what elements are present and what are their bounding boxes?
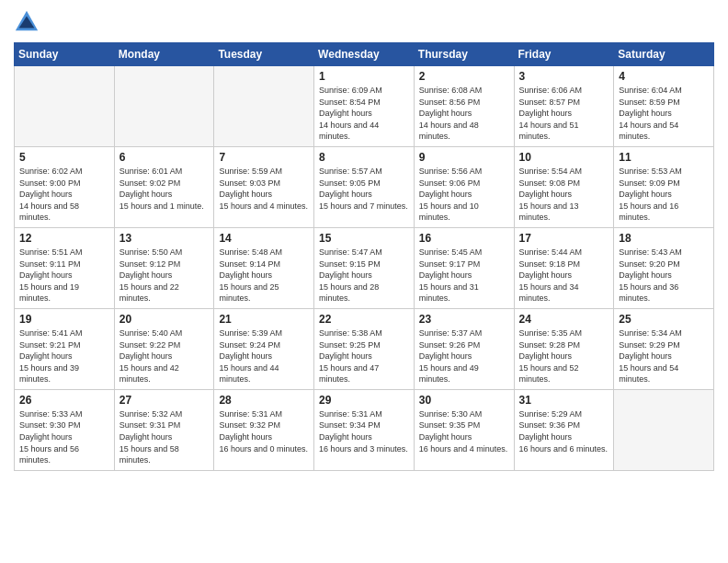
calendar-cell: 10 Sunrise: 5:54 AM Sunset: 9:08 PM Dayl…: [514, 146, 614, 227]
day-number: 27: [119, 394, 210, 407]
day-number: 1: [319, 70, 409, 83]
cell-info: Sunrise: 5:34 AM Sunset: 9:29 PM Dayligh…: [619, 327, 709, 385]
calendar-cell: [114, 66, 214, 147]
cell-info: Sunrise: 6:02 AM Sunset: 9:00 PM Dayligh…: [19, 166, 109, 224]
week-row-5: 26 Sunrise: 5:33 AM Sunset: 9:30 PM Dayl…: [15, 389, 714, 470]
day-number: 8: [319, 151, 409, 164]
cell-info: Sunrise: 5:37 AM Sunset: 9:26 PM Dayligh…: [419, 327, 509, 385]
header-row: SundayMondayTuesdayWednesdayThursdayFrid…: [15, 43, 714, 66]
day-number: 26: [19, 394, 109, 407]
day-number: 18: [619, 232, 709, 245]
day-number: 23: [419, 313, 509, 326]
calendar-cell: 18 Sunrise: 5:43 AM Sunset: 9:20 PM Dayl…: [614, 227, 714, 308]
cell-info: Sunrise: 5:31 AM Sunset: 9:34 PM Dayligh…: [319, 408, 409, 454]
col-header-wednesday: Wednesday: [314, 43, 415, 66]
cell-info: Sunrise: 5:30 AM Sunset: 9:35 PM Dayligh…: [419, 408, 509, 454]
cell-info: Sunrise: 5:35 AM Sunset: 9:28 PM Dayligh…: [519, 327, 609, 385]
calendar-cell: 17 Sunrise: 5:44 AM Sunset: 9:18 PM Dayl…: [514, 227, 614, 308]
cell-info: Sunrise: 5:31 AM Sunset: 9:32 PM Dayligh…: [219, 408, 309, 454]
calendar-cell: 23 Sunrise: 5:37 AM Sunset: 9:26 PM Dayl…: [414, 308, 514, 389]
calendar-cell: 8 Sunrise: 5:57 AM Sunset: 9:05 PM Dayli…: [314, 146, 415, 227]
cell-info: Sunrise: 5:32 AM Sunset: 9:31 PM Dayligh…: [119, 408, 210, 466]
cell-info: Sunrise: 5:33 AM Sunset: 9:30 PM Dayligh…: [19, 408, 109, 466]
cell-info: Sunrise: 5:54 AM Sunset: 9:08 PM Dayligh…: [519, 166, 609, 224]
calendar-cell: 27 Sunrise: 5:32 AM Sunset: 9:31 PM Dayl…: [114, 389, 214, 470]
calendar-cell: 14 Sunrise: 5:48 AM Sunset: 9:14 PM Dayl…: [214, 227, 314, 308]
day-number: 28: [219, 394, 309, 407]
calendar-cell: 13 Sunrise: 5:50 AM Sunset: 9:12 PM Dayl…: [114, 227, 214, 308]
day-number: 6: [119, 151, 210, 164]
calendar-cell: 15 Sunrise: 5:47 AM Sunset: 9:15 PM Dayl…: [314, 227, 415, 308]
day-number: 24: [519, 313, 609, 326]
cell-info: Sunrise: 5:41 AM Sunset: 9:21 PM Dayligh…: [19, 327, 109, 385]
cell-info: Sunrise: 6:08 AM Sunset: 8:56 PM Dayligh…: [419, 85, 509, 143]
day-number: 14: [219, 232, 309, 245]
day-number: 9: [419, 151, 509, 164]
week-row-3: 12 Sunrise: 5:51 AM Sunset: 9:11 PM Dayl…: [15, 227, 714, 308]
calendar-cell: 30 Sunrise: 5:30 AM Sunset: 9:35 PM Dayl…: [414, 389, 514, 470]
cell-info: Sunrise: 6:06 AM Sunset: 8:57 PM Dayligh…: [519, 85, 609, 143]
col-header-friday: Friday: [514, 43, 614, 66]
cell-info: Sunrise: 5:29 AM Sunset: 9:36 PM Dayligh…: [519, 408, 609, 454]
day-number: 21: [219, 313, 309, 326]
day-number: 13: [119, 232, 210, 245]
day-number: 5: [19, 151, 109, 164]
calendar-cell: 1 Sunrise: 6:09 AM Sunset: 8:54 PM Dayli…: [314, 66, 415, 147]
cell-info: Sunrise: 5:38 AM Sunset: 9:25 PM Dayligh…: [319, 327, 409, 385]
page-header: [14, 9, 714, 35]
calendar-cell: 4 Sunrise: 6:04 AM Sunset: 8:59 PM Dayli…: [614, 66, 714, 147]
col-header-sunday: Sunday: [15, 43, 115, 66]
cell-info: Sunrise: 5:45 AM Sunset: 9:17 PM Dayligh…: [419, 247, 509, 304]
calendar-cell: 31 Sunrise: 5:29 AM Sunset: 9:36 PM Dayl…: [514, 389, 614, 470]
calendar-cell: [614, 389, 714, 470]
calendar-cell: 12 Sunrise: 5:51 AM Sunset: 9:11 PM Dayl…: [15, 227, 115, 308]
calendar-cell: 20 Sunrise: 5:40 AM Sunset: 9:22 PM Dayl…: [114, 308, 214, 389]
day-number: 3: [519, 70, 609, 83]
cell-info: Sunrise: 6:09 AM Sunset: 8:54 PM Dayligh…: [319, 85, 409, 143]
logo: [14, 9, 43, 35]
day-number: 19: [19, 313, 109, 326]
cell-info: Sunrise: 5:51 AM Sunset: 9:11 PM Dayligh…: [19, 247, 109, 304]
day-number: 12: [19, 232, 109, 245]
day-number: 22: [319, 313, 409, 326]
cell-info: Sunrise: 5:53 AM Sunset: 9:09 PM Dayligh…: [619, 166, 709, 224]
calendar-cell: 21 Sunrise: 5:39 AM Sunset: 9:24 PM Dayl…: [214, 308, 314, 389]
calendar-cell: 24 Sunrise: 5:35 AM Sunset: 9:28 PM Dayl…: [514, 308, 614, 389]
week-row-2: 5 Sunrise: 6:02 AM Sunset: 9:00 PM Dayli…: [15, 146, 714, 227]
calendar-cell: 28 Sunrise: 5:31 AM Sunset: 9:32 PM Dayl…: [214, 389, 314, 470]
day-number: 4: [619, 70, 709, 83]
cell-info: Sunrise: 6:01 AM Sunset: 9:02 PM Dayligh…: [119, 166, 210, 212]
day-number: 31: [519, 394, 609, 407]
cell-info: Sunrise: 5:43 AM Sunset: 9:20 PM Dayligh…: [619, 247, 709, 304]
calendar-cell: 9 Sunrise: 5:56 AM Sunset: 9:06 PM Dayli…: [414, 146, 514, 227]
calendar-cell: 26 Sunrise: 5:33 AM Sunset: 9:30 PM Dayl…: [15, 389, 115, 470]
week-row-1: 1 Sunrise: 6:09 AM Sunset: 8:54 PM Dayli…: [15, 66, 714, 147]
calendar-cell: 29 Sunrise: 5:31 AM Sunset: 9:34 PM Dayl…: [314, 389, 415, 470]
day-number: 17: [519, 232, 609, 245]
calendar-cell: 16 Sunrise: 5:45 AM Sunset: 9:17 PM Dayl…: [414, 227, 514, 308]
calendar-cell: 2 Sunrise: 6:08 AM Sunset: 8:56 PM Dayli…: [414, 66, 514, 147]
cell-info: Sunrise: 5:59 AM Sunset: 9:03 PM Dayligh…: [219, 166, 309, 212]
calendar-cell: 19 Sunrise: 5:41 AM Sunset: 9:21 PM Dayl…: [15, 308, 115, 389]
day-number: 15: [319, 232, 409, 245]
day-number: 10: [519, 151, 609, 164]
week-row-4: 19 Sunrise: 5:41 AM Sunset: 9:21 PM Dayl…: [15, 308, 714, 389]
day-number: 11: [619, 151, 709, 164]
col-header-tuesday: Tuesday: [214, 43, 314, 66]
calendar-cell: 25 Sunrise: 5:34 AM Sunset: 9:29 PM Dayl…: [614, 308, 714, 389]
day-number: 30: [419, 394, 509, 407]
day-number: 2: [419, 70, 509, 83]
logo-icon: [14, 9, 40, 35]
calendar-cell: 5 Sunrise: 6:02 AM Sunset: 9:00 PM Dayli…: [15, 146, 115, 227]
calendar-cell: 3 Sunrise: 6:06 AM Sunset: 8:57 PM Dayli…: [514, 66, 614, 147]
cell-info: Sunrise: 5:48 AM Sunset: 9:14 PM Dayligh…: [219, 247, 309, 304]
day-number: 29: [319, 394, 409, 407]
cell-info: Sunrise: 6:04 AM Sunset: 8:59 PM Dayligh…: [619, 85, 709, 143]
cell-info: Sunrise: 5:39 AM Sunset: 9:24 PM Dayligh…: [219, 327, 309, 385]
calendar-cell: 22 Sunrise: 5:38 AM Sunset: 9:25 PM Dayl…: [314, 308, 415, 389]
col-header-saturday: Saturday: [614, 43, 714, 66]
col-header-thursday: Thursday: [414, 43, 514, 66]
day-number: 20: [119, 313, 210, 326]
day-number: 7: [219, 151, 309, 164]
calendar-cell: 11 Sunrise: 5:53 AM Sunset: 9:09 PM Dayl…: [614, 146, 714, 227]
